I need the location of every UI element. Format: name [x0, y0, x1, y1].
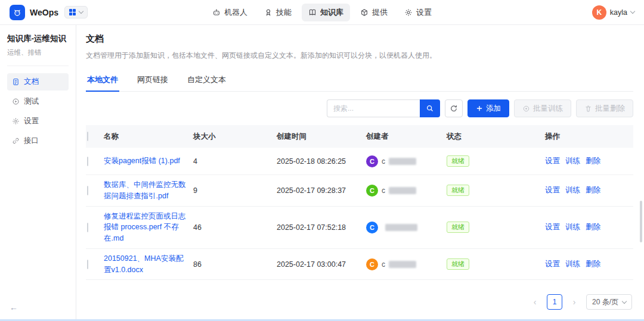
- document-icon: [12, 78, 20, 86]
- settings-action-link[interactable]: 设置: [545, 156, 560, 166]
- batch-train-button[interactable]: 批量训练: [514, 99, 571, 117]
- table-toolbar: 添加 批量训练 批量删除: [86, 99, 633, 117]
- column-header-actions: 操作: [545, 132, 633, 142]
- search-button[interactable]: [420, 99, 440, 117]
- sidebar-item-documents[interactable]: 文档: [7, 73, 69, 91]
- settings-action-link[interactable]: 设置: [545, 185, 560, 195]
- document-name-link[interactable]: 数据库、中间件监控无数据问题排查指引.pdf: [104, 180, 186, 200]
- sidebar-item-api[interactable]: 接口: [7, 132, 69, 149]
- gear-icon: [12, 117, 20, 125]
- previous-page-button[interactable]: ‹: [528, 295, 542, 309]
- page-title: 文档: [86, 33, 633, 45]
- column-header-name: 名称: [104, 132, 193, 142]
- workspace-switcher[interactable]: [64, 6, 88, 19]
- nav-item-robots[interactable]: 机器人: [206, 4, 254, 21]
- robot-icon: [212, 8, 221, 17]
- nav-label: 知识库: [320, 7, 343, 18]
- delete-action-link[interactable]: 删除: [586, 185, 600, 195]
- delete-action-link[interactable]: 删除: [586, 156, 600, 166]
- sidebar-item-test[interactable]: 测试: [7, 93, 69, 110]
- weops-logo-icon: [10, 5, 25, 20]
- created-time-value: 2025-02-18 08:26:25: [277, 157, 366, 166]
- status-badge: 就绪: [447, 222, 469, 233]
- chevron-down-icon: [630, 9, 635, 14]
- top-navigation: 机器人 技能 知识库: [206, 4, 438, 21]
- created-time-value: 2025-02-17 09:28:37: [277, 186, 366, 195]
- nav-item-knowledge-base[interactable]: 知识库: [302, 4, 350, 21]
- column-header-status: 状态: [447, 132, 545, 142]
- tab-local-files[interactable]: 本地文件: [86, 70, 119, 92]
- table-row: 修复进程监控页面或日志报错 process.perf 不存在.md 46 202…: [86, 207, 633, 249]
- sidebar-item-label: 测试: [24, 96, 39, 107]
- user-name: kayla: [610, 8, 627, 17]
- row-checkbox[interactable]: [87, 186, 88, 195]
- sidebar-item-settings[interactable]: 设置: [7, 113, 69, 130]
- sidebar-item-label: 设置: [24, 116, 39, 126]
- plus-icon: [476, 105, 483, 112]
- tab-web-links[interactable]: 网页链接: [136, 70, 169, 92]
- chunk-size-value: 46: [193, 223, 277, 232]
- status-badge: 就绪: [447, 185, 469, 196]
- chevron-down-icon: [622, 298, 627, 303]
- train-action-link[interactable]: 训练: [565, 156, 580, 166]
- app-logo[interactable]: WeOps: [10, 5, 58, 20]
- document-name-link[interactable]: 20150921、MHA安装配置v1.0.docx: [104, 254, 183, 274]
- table-header-row: 名称 块大小 创建时间 创建者 状态 操作: [86, 125, 633, 148]
- creator-avatar: C: [366, 258, 378, 270]
- creator-cell: C c: [366, 185, 447, 197]
- status-badge: 就绪: [447, 155, 469, 167]
- creator-avatar: C: [366, 155, 378, 167]
- documents-table: 名称 块大小 创建时间 创建者 状态 操作 安装pagent报错 (1).pdf…: [86, 125, 633, 280]
- table-row: 数据库、中间件监控无数据问题排查指引.pdf 9 2025-02-17 09:2…: [86, 175, 633, 207]
- table-row: 安装pagent报错 (1).pdf 4 2025-02-18 08:26:25…: [86, 148, 633, 175]
- search-group: [327, 99, 440, 117]
- creator-avatar: C: [366, 185, 378, 197]
- nav-item-provide[interactable]: 提供: [354, 4, 394, 21]
- nav-item-settings[interactable]: 设置: [398, 4, 438, 21]
- scrollbar-thumb[interactable]: [640, 201, 642, 242]
- topbar: WeOps 机器人 技能: [0, 0, 644, 25]
- creator-cell: C c: [366, 258, 447, 270]
- add-button[interactable]: 添加: [467, 99, 509, 117]
- table-row: 20150921、MHA安装配置v1.0.docx 86 2025-02-17 …: [86, 249, 633, 281]
- batch-delete-button[interactable]: 批量删除: [576, 99, 633, 117]
- select-all-checkbox[interactable]: [87, 132, 88, 141]
- add-button-label: 添加: [486, 104, 501, 114]
- delete-action-link[interactable]: 删除: [586, 259, 600, 269]
- train-action-link[interactable]: 训练: [565, 185, 580, 195]
- provide-cube-icon: [360, 8, 369, 17]
- document-name-link[interactable]: 修复进程监控页面或日志报错 process.perf 不存在.md: [104, 212, 186, 243]
- test-play-icon: [12, 98, 20, 105]
- search-input[interactable]: [327, 99, 420, 117]
- app-name: WeOps: [30, 8, 58, 17]
- collapse-sidebar-button[interactable]: ←: [10, 303, 18, 312]
- sidebar: 知识库-运维知识 运维、排错 文档 测试: [0, 25, 76, 319]
- train-action-link[interactable]: 训练: [565, 259, 580, 269]
- link-icon: [12, 137, 20, 145]
- settings-action-link[interactable]: 设置: [545, 222, 560, 232]
- column-header-creator: 创建者: [366, 132, 447, 142]
- delete-action-link[interactable]: 删除: [586, 222, 600, 232]
- nav-item-skills[interactable]: 技能: [258, 4, 298, 21]
- status-badge: 就绪: [447, 258, 469, 270]
- creator-name-blurred: [389, 261, 416, 268]
- row-checkbox[interactable]: [87, 260, 88, 269]
- page-size-label: 20 条/页: [592, 297, 618, 307]
- row-checkbox[interactable]: [87, 157, 88, 166]
- document-name-link[interactable]: 安装pagent报错 (1).pdf: [104, 157, 180, 165]
- row-actions: 设置 训练 删除: [545, 156, 633, 166]
- batch-delete-label: 批量删除: [595, 104, 625, 114]
- next-page-button[interactable]: ›: [567, 295, 581, 309]
- refresh-button[interactable]: [445, 99, 463, 117]
- page-size-select[interactable]: 20 条/页: [586, 294, 632, 310]
- page-number[interactable]: 1: [547, 294, 562, 310]
- pagination: ‹ 1 › 20 条/页: [86, 288, 633, 313]
- gear-icon: [404, 8, 413, 17]
- settings-action-link[interactable]: 设置: [545, 259, 560, 269]
- nav-label: 设置: [416, 7, 432, 18]
- row-checkbox[interactable]: [87, 223, 88, 232]
- user-menu[interactable]: K kayla: [592, 5, 634, 20]
- chunk-size-value: 86: [193, 260, 277, 269]
- train-action-link[interactable]: 训练: [565, 222, 580, 232]
- tab-custom-text[interactable]: 自定义文本: [186, 70, 227, 92]
